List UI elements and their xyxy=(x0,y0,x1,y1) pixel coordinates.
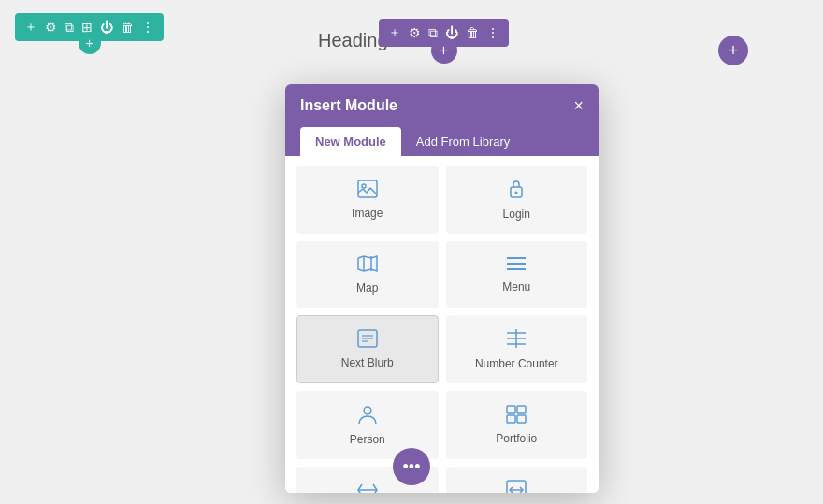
heading-plus-icon[interactable]: ＋ xyxy=(388,24,401,41)
top-toolbar: ＋ ⚙ ⧉ ⊞ ⏻ 🗑 ⋮ + xyxy=(15,13,164,41)
modal-close-button[interactable]: × xyxy=(573,97,584,114)
heading-add-below-button[interactable]: + xyxy=(431,37,457,64)
module-item-login[interactable]: Login xyxy=(446,166,588,234)
bottom-dots-button[interactable]: ••• xyxy=(393,448,430,485)
module-item-portfolio[interactable]: Portfolio xyxy=(446,391,588,459)
insert-module-modal: Insert Module × New Module Add From Libr… xyxy=(285,84,599,493)
heading-gear-icon[interactable]: ⚙ xyxy=(409,25,421,40)
heading-dots-icon[interactable]: ⋮ xyxy=(486,25,499,40)
person-module-icon xyxy=(358,404,377,427)
person-module-label: Person xyxy=(350,433,385,446)
heading-trash-icon[interactable]: 🗑 xyxy=(466,25,479,40)
modal-header: Insert Module × xyxy=(285,84,599,127)
tab-add-from-library[interactable]: Add From Library xyxy=(401,127,525,156)
svg-rect-0 xyxy=(358,180,377,197)
map-module-label: Map xyxy=(356,281,378,295)
module-item-number-counter[interactable]: Number Counter xyxy=(446,315,588,383)
menu-module-icon xyxy=(506,255,527,275)
image-module-label: Image xyxy=(352,207,383,220)
right-add-button[interactable]: + xyxy=(718,36,748,65)
image-module-icon xyxy=(357,180,378,201)
add-below-button[interactable]: + xyxy=(79,32,101,54)
svg-rect-19 xyxy=(517,415,526,423)
number-counter-module-icon xyxy=(506,328,527,352)
plus-icon[interactable]: ＋ xyxy=(24,19,37,36)
modal-content: Image Login xyxy=(285,156,599,493)
svg-rect-18 xyxy=(507,415,515,423)
svg-rect-17 xyxy=(517,406,526,413)
login-module-label: Login xyxy=(503,208,530,221)
power-icon[interactable]: ⏻ xyxy=(100,20,113,35)
module-item-image[interactable]: Image xyxy=(296,166,439,234)
module-item-next-blurb[interactable]: Next Blurb xyxy=(296,315,439,383)
copy-icon[interactable]: ⧉ xyxy=(65,20,74,36)
svg-point-3 xyxy=(515,192,518,194)
heading-text: Heading xyxy=(318,30,388,51)
number-counter-module-label: Number Counter xyxy=(475,357,558,370)
module-item-map[interactable]: Map xyxy=(296,241,439,308)
modal-tabs: New Module Add From Library xyxy=(285,127,599,156)
menu-module-label: Menu xyxy=(502,281,530,294)
portfolio-module-label: Portfolio xyxy=(496,432,537,445)
svg-rect-16 xyxy=(507,406,515,413)
module-item-menu[interactable]: Menu xyxy=(446,241,588,308)
login-module-icon xyxy=(507,179,526,202)
map-module-icon xyxy=(357,254,378,276)
portfolio-module-icon xyxy=(506,405,527,426)
post-slider-module-icon xyxy=(506,480,527,493)
module-item-post-slider[interactable]: Post Slider xyxy=(446,467,588,493)
module-grid: Image Login xyxy=(296,166,587,493)
tab-new-module[interactable]: New Module xyxy=(300,127,401,156)
svg-point-15 xyxy=(364,407,371,414)
trash-icon[interactable]: 🗑 xyxy=(121,20,134,35)
next-blurb-module-icon xyxy=(357,329,378,351)
heading-toolbar: ＋ ⚙ ⧉ ⏻ 🗑 ⋮ + xyxy=(379,19,509,47)
dots-icon[interactable]: ⋮ xyxy=(141,20,154,35)
dots-label: ••• xyxy=(403,457,421,477)
gear-icon[interactable]: ⚙ xyxy=(45,20,57,35)
svg-point-1 xyxy=(362,184,366,188)
next-blurb-module-label: Next Blurb xyxy=(341,356,394,369)
modal-title: Insert Module xyxy=(300,97,397,114)
post-navigation-module-icon xyxy=(356,482,379,494)
